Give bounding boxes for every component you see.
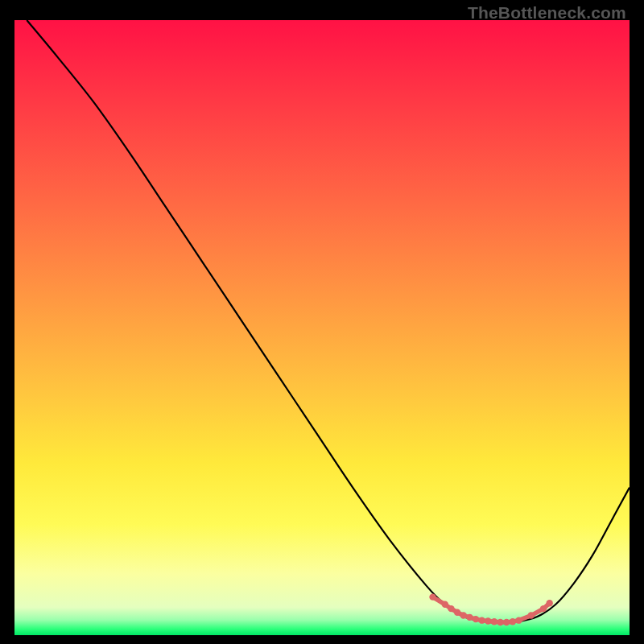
highlight-point [485,617,491,624]
highlight-point [466,614,473,621]
chart-svg [14,20,630,635]
chart-background [14,20,630,635]
highlight-point [540,605,547,612]
highlight-point [454,609,460,616]
highlight-point [528,612,535,618]
highlight-point [460,612,467,618]
highlight-point [515,617,522,623]
highlight-point [442,601,448,608]
highlight-point [473,616,479,622]
highlight-point [546,600,552,606]
highlight-point [478,617,485,623]
highlight-point [497,619,503,625]
highlight-point [491,618,497,625]
chart-frame [14,20,630,635]
highlight-point [448,605,454,612]
highlight-point [510,618,516,625]
highlight-point [503,619,510,625]
highlight-point [429,593,436,600]
